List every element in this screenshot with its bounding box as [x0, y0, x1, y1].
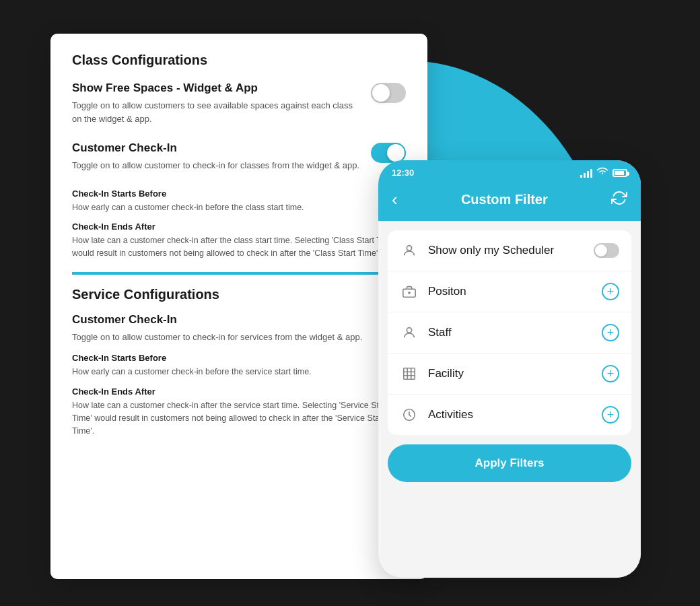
back-arrow-icon: ‹	[392, 189, 398, 210]
desktop-panel: Class Configurations Show Free Spaces - …	[50, 34, 427, 579]
free-spaces-toggle[interactable]	[371, 83, 406, 103]
filter-item-activities: Activities +	[388, 395, 631, 435]
checkin-description: Toggle on to allow customer to check-in …	[72, 159, 360, 172]
free-spaces-toggle-knob	[372, 84, 390, 102]
checkin-toggle-knob	[387, 144, 405, 162]
status-time: 12:30	[392, 168, 414, 178]
status-bar: 12:30	[378, 160, 641, 182]
service-checkin-description: Toggle on to allow customer to check-in …	[72, 331, 406, 344]
free-spaces-row: Show Free Spaces - Widget & App Toggle o…	[72, 81, 406, 135]
service-title: Service Configurations	[72, 287, 406, 302]
person-icon	[400, 241, 419, 260]
filter-list: Show only my Scheduler Po	[388, 230, 631, 435]
wifi-icon	[596, 167, 608, 178]
signal-icon	[580, 168, 592, 178]
activities-plus-icon[interactable]: +	[602, 406, 619, 424]
filter-item-scheduler: Show only my Scheduler	[388, 230, 631, 271]
filter-item-staff: Staff +	[388, 312, 631, 354]
section-divider	[72, 272, 406, 275]
activities-label: Activities	[428, 408, 602, 422]
staff-plus-icon[interactable]: +	[602, 324, 619, 341]
battery-icon	[612, 169, 627, 177]
service-starts-heading: Check-In Starts Before	[72, 353, 406, 363]
phone-header-title: Custom Filter	[461, 192, 548, 207]
staff-label: Staff	[428, 326, 602, 339]
scheduler-toggle-action	[594, 243, 619, 258]
filter-item-facility: Facility +	[388, 354, 631, 395]
service-checkin-heading: Customer Check-In	[72, 313, 406, 327]
service-starts-description: How early can a customer check-in before…	[72, 366, 406, 378]
svg-rect-5	[404, 368, 415, 380]
status-icons	[580, 167, 627, 178]
svg-point-0	[407, 246, 411, 250]
apply-filters-button[interactable]: Apply Filters	[388, 444, 631, 482]
checkin-heading: Customer Check-In	[72, 141, 360, 155]
service-ends-description: How late can a customer check-in after t…	[72, 399, 406, 437]
position-plus-action: +	[602, 283, 619, 300]
activities-plus-action: +	[602, 406, 619, 424]
scheduler-label: Show only my Scheduler	[428, 244, 594, 257]
checkin-ends-heading: Check-In Ends After	[72, 222, 406, 232]
free-spaces-heading: Show Free Spaces - Widget & App	[72, 81, 360, 95]
staff-plus-action: +	[602, 324, 619, 341]
checkin-starts-description: How early can a customer check-in before…	[72, 201, 406, 214]
briefcase-icon	[400, 282, 419, 301]
service-ends-heading: Check-In Ends After	[72, 386, 406, 397]
position-plus-icon[interactable]: +	[602, 283, 619, 300]
checkin-starts-heading: Check-In Starts Before	[72, 189, 406, 199]
staff-icon	[400, 323, 419, 342]
facility-icon	[400, 364, 419, 383]
facility-plus-action: +	[602, 365, 619, 382]
free-spaces-description: Toggle on to allow customers to see avai…	[72, 99, 360, 125]
svg-point-4	[407, 328, 411, 333]
facility-label: Facility	[428, 367, 602, 380]
facility-plus-icon[interactable]: +	[602, 365, 619, 382]
scheduler-toggle[interactable]	[594, 243, 619, 258]
scheduler-toggle-knob	[595, 244, 607, 257]
phone-mockup: 12:30 ‹ Custom Filter	[378, 160, 641, 578]
phone-header: ‹ Custom Filter	[378, 182, 641, 221]
checkin-ends-description: How late can a customer check-in after t…	[72, 234, 406, 260]
refresh-button[interactable]	[611, 190, 627, 209]
phone-content: Show only my Scheduler Po	[378, 221, 641, 578]
activities-icon	[400, 405, 419, 424]
filter-item-position: Positon +	[388, 271, 631, 312]
back-button[interactable]: ‹	[392, 189, 398, 210]
checkin-row: Customer Check-In Toggle on to allow cus…	[72, 141, 406, 182]
panel-title: Class Configurations	[72, 53, 406, 68]
position-label: Positon	[428, 285, 602, 298]
